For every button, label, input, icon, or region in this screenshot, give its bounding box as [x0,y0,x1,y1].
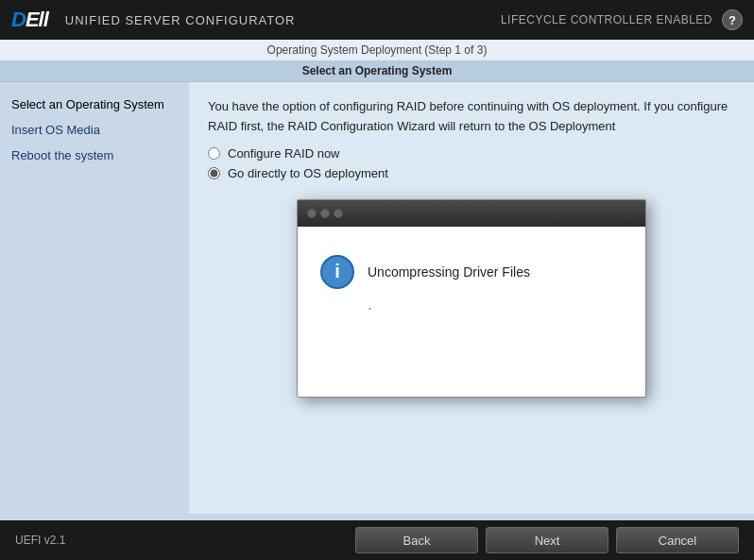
footer: UEFI v2.1 Back Next Cancel [0,520,754,560]
breadcrumb-step: Operating System Deployment (Step 1 of 3… [0,40,754,60]
info-icon: i [320,255,354,289]
next-button[interactable]: Next [486,527,608,553]
dialog-dot-3 [334,209,343,218]
dialog-header-dots [307,209,343,218]
sidebar: Select an Operating System Insert OS Med… [0,82,189,514]
dialog-overlay: i Uncompressing Driver Files · [189,82,754,514]
sidebar-item-insert-media[interactable]: Insert OS Media [11,123,178,137]
breadcrumb-bar: Operating System Deployment (Step 1 of 3… [0,40,754,82]
footer-version: UEFI v2.1 [15,534,65,547]
cancel-button[interactable]: Cancel [616,527,739,553]
dialog-header [298,200,645,227]
lifecycle-status: LIFECYCLE CONTROLLER ENABLED [501,13,712,26]
header-title: UNIFIED SERVER CONFIGURATOR [65,13,296,27]
dialog-message: Uncompressing Driver Files [368,264,530,280]
dialog-dot-1 [307,209,317,218]
breadcrumb-current: Select an Operating System [0,60,754,81]
dialog-info-row: i Uncompressing Driver Files [320,255,530,289]
dialog-progress-dots: · [368,298,376,318]
footer-buttons: Back Next Cancel [355,527,739,553]
header-right: LIFECYCLE CONTROLLER ENABLED ? [501,9,743,30]
content-area: You have the option of configuring RAID … [189,82,754,514]
dell-logo: DEll [11,8,48,32]
header: DEll UNIFIED SERVER CONFIGURATOR LIFECYC… [0,0,754,40]
main-area: Select an Operating System Insert OS Med… [0,82,754,514]
dialog-body: i Uncompressing Driver Files · [298,227,645,397]
help-button[interactable]: ? [722,9,743,30]
dialog-box: i Uncompressing Driver Files · [297,199,646,398]
header-left: DEll UNIFIED SERVER CONFIGURATOR [11,8,296,32]
sidebar-item-select-os[interactable]: Select an Operating System [11,97,178,111]
dialog-dot-2 [320,209,330,218]
sidebar-item-reboot[interactable]: Reboot the system [11,148,178,162]
back-button[interactable]: Back [355,527,478,553]
